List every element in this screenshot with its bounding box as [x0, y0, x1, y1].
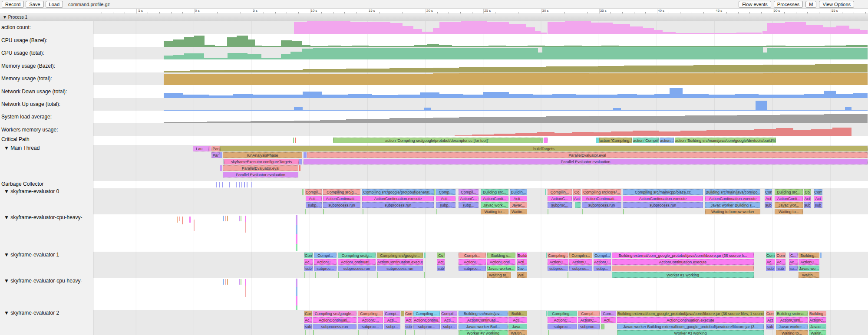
trace-slice[interactable]: ActionContinuati... [338, 259, 376, 265]
trace-slice[interactable]: subp... [441, 324, 457, 329]
trace-slice[interactable]: ActionConti... [481, 196, 508, 201]
trace-slice[interactable] [414, 330, 415, 335]
trace-slice[interactable] [239, 182, 240, 187]
trace-tick[interactable] [227, 279, 228, 285]
trace-slice[interactable] [582, 209, 583, 214]
trace-slice[interactable] [377, 272, 378, 278]
trace-slice[interactable]: Building external/com_google_protobuf/ja… [612, 253, 754, 258]
trace-slice[interactable]: Javac work... [481, 202, 508, 208]
trace-tick[interactable] [177, 217, 178, 223]
trace-slice[interactable]: Comp... [436, 189, 455, 195]
trace-slice[interactable]: Act [437, 259, 445, 265]
trace-slice[interactable] [424, 253, 426, 258]
trace-tick[interactable] [245, 286, 246, 297]
trace-slice[interactable] [247, 182, 248, 187]
trace-slice[interactable]: sub [405, 324, 413, 329]
track-canvas-system-load[interactable] [93, 111, 868, 123]
trace-slice[interactable] [544, 138, 548, 143]
trace-slice[interactable]: C... [789, 253, 798, 258]
trace-slice[interactable]: Ac... [789, 259, 798, 265]
trace-slice[interactable] [209, 146, 211, 151]
track-canvas-skyframe-evaluator-2[interactable]: ComCompiling src/google...Compiling...Co… [93, 310, 868, 335]
trace-slice[interactable]: Parallel Evaluator evaluation [304, 159, 868, 164]
trace-slice[interactable]: Waiting to borrow worker [705, 209, 760, 214]
trace-slice[interactable] [229, 182, 230, 187]
track-label-main-thread[interactable]: ▼ Main Thread [0, 145, 93, 181]
track-canvas-cpu-usage-bazel[interactable] [93, 34, 868, 47]
trace-slice[interactable]: Par [211, 146, 220, 151]
trace-tick[interactable] [241, 279, 241, 285]
trace-slice[interactable] [434, 189, 436, 195]
trace-tick[interactable] [245, 279, 246, 286]
trace-slice[interactable]: Compiling ... [548, 253, 568, 258]
trace-slice[interactable]: Compiling src/g... [338, 253, 376, 258]
trace-slice[interactable]: action 'Building src/main/java/com/googl… [675, 138, 776, 143]
trace-slice[interactable] [363, 209, 363, 214]
trace-tick[interactable] [223, 279, 224, 285]
track-canvas-critical-path[interactable]: action 'Compiling src/google/protobuf/de… [93, 136, 868, 145]
trace-slice[interactable]: Com... [601, 311, 616, 316]
track-canvas-garbage-collector[interactable] [93, 181, 868, 188]
trace-slice[interactable]: subproc... [314, 266, 337, 271]
trace-slice[interactable]: Waitin... [510, 209, 527, 214]
trace-slice[interactable]: ActionC... [548, 196, 572, 201]
trace-slice[interactable]: Compil... [441, 311, 457, 316]
trace-slice[interactable]: ActionC... [548, 317, 577, 323]
trace-tick[interactable] [245, 222, 246, 233]
trace-slice[interactable]: subproc... [459, 266, 486, 271]
trace-slice[interactable] [313, 330, 314, 335]
trace-tick[interactable] [189, 217, 191, 223]
track-canvas-action-count[interactable] [93, 21, 868, 34]
trace-slice[interactable]: Acti... [601, 317, 616, 323]
track-canvas-network-down[interactable] [93, 85, 868, 98]
trace-slice[interactable]: Co [804, 189, 811, 195]
track-canvas-skyframe-evaluator-cpu-heavy-2[interactable] [93, 278, 868, 310]
trace-slice[interactable]: ActionContinuation.execute [612, 259, 754, 265]
trace-slice[interactable]: ActionContinuation.execute [377, 259, 423, 265]
trace-slice[interactable]: ActionContinuation.execute [617, 317, 764, 323]
trace-slice[interactable]: action... [660, 138, 674, 143]
trace-slice[interactable] [568, 272, 568, 278]
trace-slice[interactable]: Jav... [517, 266, 527, 271]
trace-slice[interactable]: Acti... [441, 317, 457, 323]
trace-slice[interactable]: Compil... [459, 189, 479, 195]
trace-slice[interactable]: subp... [594, 266, 611, 271]
trace-slice[interactable] [323, 209, 324, 214]
trace-slice[interactable] [601, 324, 604, 329]
timeline-ruler[interactable]: -5 s0 s5 s10 s15 s20 s25 s30 s35 s40 s45… [0, 9, 868, 14]
trace-slice[interactable]: Building... [799, 253, 819, 258]
trace-slice[interactable]: Javac worker Building external/com_googl… [617, 324, 764, 329]
trace-slice[interactable] [575, 202, 581, 208]
trace-slice[interactable]: ActionContinu... [413, 317, 440, 323]
trace-slice[interactable]: sub [814, 202, 822, 208]
trace-slice[interactable]: Javac worker Buil... [459, 324, 508, 329]
trace-slice[interactable]: ActionConti... [776, 317, 808, 323]
trace-slice[interactable]: subprocess.run [362, 202, 434, 208]
trace-slice[interactable]: Ac... [766, 259, 775, 265]
trace-tick[interactable] [241, 216, 241, 221]
trace-slice[interactable]: Building src/main/jav... [459, 311, 508, 316]
trace-slice[interactable]: Building src... [775, 189, 803, 195]
track-canvas-main-thread[interactable]: Lau...ParbuildTargetsParrunAnalysisPhase… [93, 145, 868, 181]
trace-slice[interactable] [304, 152, 307, 158]
trace-slice[interactable]: ActionC... [569, 259, 592, 265]
trace-slice[interactable]: Compiling src/google... [313, 311, 356, 316]
trace-slice[interactable] [546, 253, 547, 258]
trace-slice[interactable]: subproc... [548, 266, 568, 271]
trace-slice[interactable]: Compiling src/google... [377, 253, 423, 258]
trace-slice[interactable]: Buildin... [510, 189, 527, 195]
trace-slice[interactable]: sub [776, 266, 785, 271]
trace-slice[interactable]: ActionC... [548, 259, 568, 265]
trace-tick[interactable] [296, 225, 297, 234]
trace-tick[interactable] [194, 220, 195, 231]
trace-slice[interactable]: subp... [459, 202, 479, 208]
trace-slice[interactable]: Building ... [809, 311, 826, 316]
trace-slice[interactable] [596, 138, 599, 143]
trace-slice[interactable]: ActionC... [799, 259, 819, 265]
trace-slice[interactable]: sub [304, 266, 313, 271]
trace-slice[interactable] [405, 330, 406, 335]
trace-slice[interactable] [305, 330, 306, 335]
trace-slice[interactable]: su... [789, 266, 798, 271]
trace-slice[interactable]: Java... [508, 324, 527, 329]
process-header[interactable]: ▼ Process 1 [0, 14, 868, 21]
